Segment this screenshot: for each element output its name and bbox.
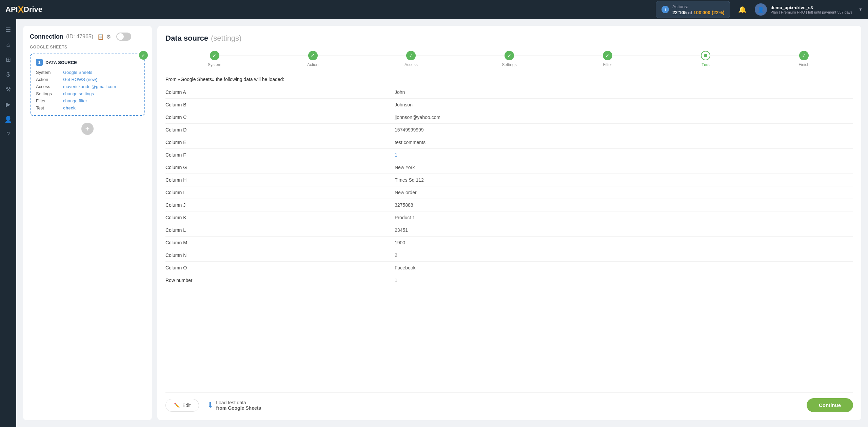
right-title: Data source	[165, 34, 208, 43]
step-label-access: Access	[405, 62, 418, 67]
val-system[interactable]: Google Sheets	[63, 70, 92, 75]
continue-button[interactable]: Continue	[807, 398, 853, 412]
table-row: Column E test comments	[165, 136, 853, 149]
table-row: Column D 15749999999	[165, 124, 853, 136]
step-system: ✓ System	[165, 51, 264, 67]
main-layout: ☰ ⌂ ⊞ $ ⚒ ▶ 👤 ? Connection (ID: 47965) 📋…	[0, 19, 868, 427]
datasource-row-settings: Settings change settings	[36, 91, 139, 96]
step-icon-system: ✓	[210, 51, 219, 60]
add-block-button[interactable]: +	[81, 123, 94, 135]
col-value: 3275888	[395, 202, 853, 208]
val-settings[interactable]: change settings	[63, 91, 94, 96]
sidebar-item-user[interactable]: 👤	[1, 113, 15, 126]
key-test: Test	[36, 105, 63, 110]
col-label: Column B	[165, 102, 395, 107]
step-label-settings: Settings	[502, 62, 516, 67]
toggle-switch[interactable]	[116, 33, 131, 41]
user-area[interactable]: 👤 demo_apix-drive_s3 Plan | Premium PRO …	[755, 3, 863, 16]
actions-count: 22'105 of 100'000 (22%)	[672, 10, 724, 15]
col-label: Column O	[165, 265, 395, 270]
step-icon-filter: ✓	[603, 51, 612, 60]
step-label-action: Action	[307, 62, 318, 67]
sidebar-item-play[interactable]: ▶	[1, 98, 15, 111]
edit-button[interactable]: ✏️ Edit	[165, 399, 199, 412]
sidebar-item-grid[interactable]: ⊞	[1, 53, 15, 66]
key-filter: Filter	[36, 98, 63, 103]
col-value: 23451	[395, 227, 853, 233]
bottom-bar: ✏️ Edit ⬇ Load test data from Google She…	[165, 392, 853, 412]
col-label: Column A	[165, 89, 395, 95]
val-access[interactable]: maverickandrii@gmail.com	[63, 84, 116, 89]
col-value: Facebook	[395, 265, 853, 270]
table-row: Column B Johnson	[165, 99, 853, 111]
col-label: Column I	[165, 190, 395, 195]
datasource-rows: System Google Sheets Action Get ROWS (ne…	[36, 70, 139, 110]
table-row: Column A John	[165, 86, 853, 99]
step-filter: ✓ Filter	[558, 51, 657, 67]
sidebar-item-menu[interactable]: ☰	[1, 23, 15, 37]
col-value: Johnson	[395, 102, 853, 107]
val-filter[interactable]: change filter	[63, 98, 87, 103]
table-row: Column F 1	[165, 149, 853, 161]
val-action[interactable]: Get ROWS (new)	[63, 77, 97, 82]
col-label: Column K	[165, 215, 395, 220]
col-value: 1900	[395, 240, 853, 245]
load-button[interactable]: ⬇ Load test data from Google Sheets	[207, 400, 261, 411]
user-name: demo_apix-drive_s3	[770, 5, 852, 10]
col-value: test comments	[395, 140, 853, 145]
datasource-num: 1	[36, 59, 43, 66]
info-icon: i	[662, 6, 669, 13]
table-row: Column C jjohnson@yahoo.com	[165, 111, 853, 124]
sidebar-item-tools[interactable]: ⚒	[1, 83, 15, 96]
datasource-row-access: Access maverickandrii@gmail.com	[36, 84, 139, 89]
right-subtitle: (settings)	[211, 34, 241, 43]
avatar: 👤	[755, 3, 767, 16]
key-access: Access	[36, 84, 63, 89]
val-test[interactable]: check	[63, 105, 76, 110]
step-label-filter: Filter	[603, 62, 612, 67]
topnav: APIXDrive i Actions: 22'105 of 100'000 (…	[0, 0, 868, 19]
datasource-row-filter: Filter change filter	[36, 98, 139, 103]
col-label: Column J	[165, 202, 395, 208]
step-settings: ✓ Settings	[460, 51, 558, 67]
datasource-row-system: System Google Sheets	[36, 70, 139, 75]
col-label: Column G	[165, 165, 395, 170]
key-action: Action	[36, 77, 63, 82]
col-value: 1	[395, 152, 853, 158]
col-value: 15749999999	[395, 127, 853, 133]
connection-title: Connection	[30, 33, 63, 40]
data-source-intro: From «Google Sheets» the following data …	[165, 77, 853, 82]
datasource-box: ✓ 1 DATA SOURCE System Google Sheets Act…	[30, 54, 145, 116]
step-finish: ✓ Finish	[755, 51, 853, 67]
sidebar-item-billing[interactable]: $	[1, 68, 15, 81]
step-action: ✓ Action	[264, 51, 362, 67]
logo: APIXDrive	[5, 4, 42, 15]
col-label: Column H	[165, 177, 395, 183]
download-icon: ⬇	[207, 401, 213, 410]
edit-icon: ✏️	[174, 403, 180, 408]
datasource-row-action: Action Get ROWS (new)	[36, 77, 139, 82]
settings-icon[interactable]: ⚙	[106, 34, 111, 40]
table-row: Column N 2	[165, 249, 853, 262]
edit-label: Edit	[182, 403, 191, 408]
actions-badge: i Actions: 22'105 of 100'000 (22%)	[656, 1, 730, 18]
user-info: demo_apix-drive_s3 Plan | Premium PRO | …	[770, 5, 852, 14]
sidebar-item-help[interactable]: ?	[1, 127, 15, 141]
sidebar-item-home[interactable]: ⌂	[1, 38, 15, 52]
col-label: Column C	[165, 115, 395, 120]
table-row: Column H Times Sq 112	[165, 174, 853, 186]
left-panel: Connection (ID: 47965) 📋 ⚙ GOOGLE SHEETS…	[23, 26, 152, 420]
copy-icon[interactable]: 📋	[97, 34, 104, 40]
step-test[interactable]: Test	[657, 51, 755, 67]
table-row: Column J 3275888	[165, 199, 853, 211]
data-table: Column A John Column B Johnson Column C …	[165, 86, 853, 390]
col-label: Row number	[165, 278, 395, 283]
key-settings: Settings	[36, 91, 63, 96]
step-icon-test	[701, 51, 710, 60]
col-value: Product 1	[395, 215, 853, 220]
step-icon-finish: ✓	[799, 51, 809, 60]
bell-icon[interactable]: 🔔	[738, 5, 747, 14]
user-plan: Plan | Premium PRO | left until payment …	[770, 10, 852, 14]
step-label-finish: Finish	[798, 62, 809, 67]
step-icon-settings: ✓	[505, 51, 514, 60]
